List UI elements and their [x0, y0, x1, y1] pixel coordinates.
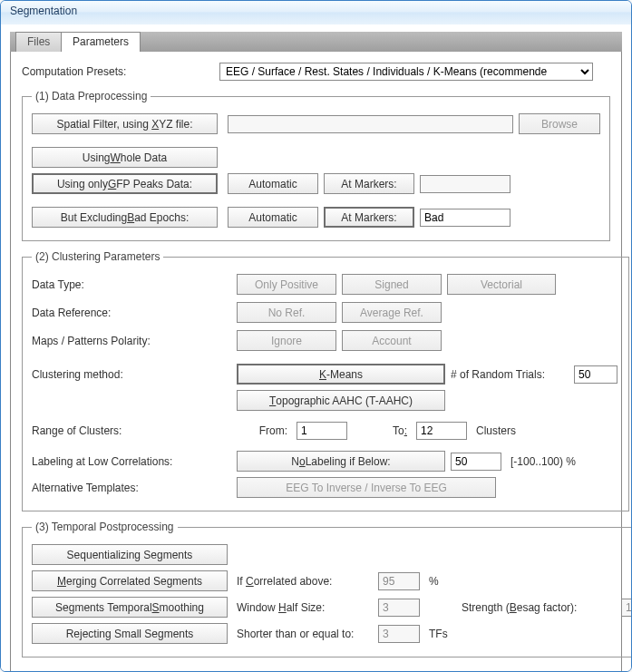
strength-label: Strength (Besag factor):	[462, 601, 616, 614]
tfs-label: TFs	[429, 628, 456, 640]
segmentation-window: Segmentation Files Parameters Computatio…	[0, 0, 632, 672]
bad-at-markers-button[interactable]: At Markers:	[324, 207, 414, 228]
section1-legend: (1) Data Preprocessing	[32, 90, 151, 102]
section-preprocessing: (1) Data Preprocessing Spatial Filter, u…	[22, 90, 610, 241]
shorter-input	[378, 625, 420, 643]
to-label: To:	[356, 424, 411, 437]
range-label: Range of Clusters:	[32, 424, 231, 437]
no-labeling-button[interactable]: No Labeling if Below:	[237, 451, 445, 472]
spatial-filter-toggle[interactable]: Spatial Filter, using XYZ file:	[32, 113, 218, 134]
from-label: From:	[237, 424, 291, 437]
gfp-at-markers-button[interactable]: At Markers:	[324, 173, 414, 194]
tab-strip: Files Parameters	[10, 32, 622, 52]
taahc-button[interactable]: Topographic AAHC (T-AAHC)	[237, 390, 445, 411]
shorter-label: Shorter than or equal to:	[237, 628, 373, 640]
merge-toggle[interactable]: Merging Correlated Segments	[32, 570, 228, 591]
range-pct-label: [-100..100) %	[510, 455, 619, 468]
if-corr-input	[378, 572, 420, 590]
no-ref-button: No Ref.	[237, 302, 336, 323]
win-half-label: Window Half Size:	[237, 601, 373, 614]
exclude-bad-toggle[interactable]: But Excluding Bad Epochs:	[32, 207, 218, 228]
strength-input	[621, 599, 632, 617]
bad-markers-input[interactable]	[420, 209, 510, 227]
xyz-file-input	[228, 115, 513, 133]
gfp-peaks-toggle[interactable]: Using only GFP Peaks Data:	[32, 173, 218, 194]
avg-ref-button: Average Ref.	[342, 302, 442, 323]
window-title: Segmentation	[1, 1, 631, 24]
section3-legend: (3) Temporal Postprocessing	[32, 521, 178, 533]
presets-select[interactable]: EEG / Surface / Rest. States / Individua…	[219, 63, 593, 81]
sequentialize-toggle[interactable]: Sequentializing Segments	[32, 544, 228, 565]
labeling-label: Labeling at Low Correlations:	[32, 455, 231, 468]
clusters-label: Clusters	[476, 424, 567, 437]
account-button: Account	[342, 330, 442, 351]
ignore-button: Ignore	[237, 330, 336, 351]
vectorial-button: Vectorial	[447, 274, 556, 295]
tab-files[interactable]: Files	[15, 32, 62, 52]
kmeans-button[interactable]: K-Means	[237, 364, 445, 385]
bad-automatic-button[interactable]: Automatic	[228, 207, 318, 228]
whole-data-toggle[interactable]: Using Whole Data	[32, 147, 218, 168]
browse-button: Browse	[519, 113, 600, 134]
data-ref-label: Data Reference:	[32, 307, 231, 319]
from-input[interactable]	[297, 422, 347, 440]
section-clustering: (2) Clustering Parameters Data Type: Onl…	[22, 250, 629, 511]
client-area: Files Parameters Computation Presets: EE…	[1, 24, 631, 672]
data-type-label: Data Type:	[32, 278, 231, 291]
pct-label: %	[429, 575, 456, 588]
signed-button: Signed	[342, 274, 442, 295]
smoothing-toggle[interactable]: Segments Temporal Smoothing	[32, 597, 228, 618]
random-trials-input[interactable]	[574, 365, 617, 384]
section-postprocessing: (3) Temporal Postprocessing Sequentializ…	[22, 521, 632, 657]
only-positive-button: Only Positive	[237, 274, 336, 295]
polarity-label: Maps / Patterns Polarity:	[32, 335, 231, 347]
no-labeling-input[interactable]	[451, 453, 501, 471]
parameters-panel: Computation Presets: EEG / Surface / Res…	[10, 52, 622, 672]
reject-toggle[interactable]: Rejecting Small Segments	[32, 623, 228, 644]
random-trials-label: # of Random Trials:	[451, 368, 569, 381]
tab-parameters[interactable]: Parameters	[61, 32, 141, 52]
presets-label: Computation Presets:	[22, 65, 214, 78]
alt-templates-button: EEG To Inverse / Inverse To EEG	[237, 477, 496, 498]
gfp-automatic-button[interactable]: Automatic	[228, 173, 318, 194]
gfp-markers-input	[420, 175, 510, 193]
win-half-input	[378, 599, 420, 617]
to-input[interactable]	[416, 422, 467, 440]
method-label: Clustering method:	[32, 368, 231, 381]
alt-templates-label: Alternative Templates:	[32, 482, 231, 494]
if-corr-label: If Correlated above:	[237, 575, 373, 588]
section2-legend: (2) Clustering Parameters	[32, 250, 163, 263]
